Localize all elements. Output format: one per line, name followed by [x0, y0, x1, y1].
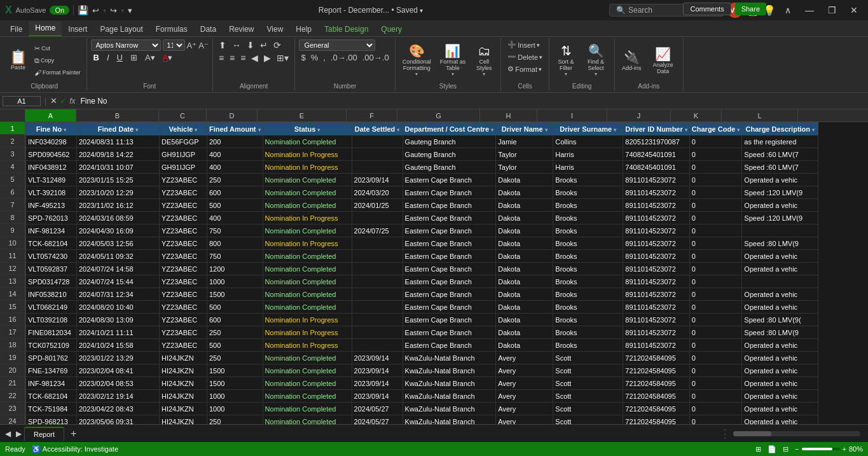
cell-r14-c5[interactable] — [352, 288, 403, 301]
cell-r20-c10[interactable]: 0 — [689, 364, 742, 377]
cell-r18-c7[interactable]: Dakota — [496, 339, 553, 352]
cell-r10-c4[interactable]: Nomination In Progress — [263, 237, 352, 250]
cell-r6-c5[interactable]: 2024/03/20 — [352, 186, 403, 199]
cell-r16-c8[interactable]: Brooks — [553, 314, 623, 326]
cell-r7-c1[interactable]: 2023/11/02 16:12 — [77, 199, 160, 212]
header-cell-9[interactable]: Driver ID Number ▾ — [623, 123, 690, 135]
align-bottom-button[interactable]: ⬇ — [245, 39, 256, 51]
cell-r19-c8[interactable]: Scott — [553, 352, 623, 364]
zoom-in-button[interactable]: + — [843, 445, 846, 453]
cell-r5-c8[interactable]: Brooks — [553, 174, 623, 186]
table-row[interactable]: SPD09045622024/09/18 14:22GH91IJGP400Nom… — [26, 148, 818, 161]
cell-r3-c0[interactable]: SPD0904562 — [26, 148, 77, 161]
cell-r4-c7[interactable]: Taylor — [496, 161, 553, 174]
cell-r4-c1[interactable]: 2024/10/31 10:07 — [77, 161, 160, 174]
cell-r4-c11[interactable]: Speed :60 LMV(7 — [742, 161, 818, 174]
cell-r16-c3[interactable]: 600 — [207, 314, 263, 326]
number-format-select[interactable]: General — [299, 39, 375, 51]
cell-r24-c11[interactable]: Operated a vehic — [742, 415, 818, 425]
cell-r4-c6[interactable]: Gauteng Branch — [403, 161, 496, 174]
cell-r8-c7[interactable]: Dakota — [496, 212, 553, 225]
cell-r2-c1[interactable]: 2024/08/31 11:13 — [77, 135, 160, 148]
cell-r16-c6[interactable]: Eastern Cape Branch — [403, 314, 496, 326]
cell-r6-c8[interactable]: Brooks — [553, 186, 623, 199]
cell-r16-c5[interactable] — [352, 314, 403, 326]
cell-r11-c7[interactable]: Dakota — [496, 250, 553, 263]
cell-r10-c5[interactable] — [352, 237, 403, 250]
cell-r14-c9[interactable]: 8911014523072 — [623, 288, 690, 301]
cell-r10-c0[interactable]: TCK-682104 — [26, 237, 77, 250]
tab-table-design[interactable]: Table Design — [318, 22, 375, 36]
cell-r23-c5[interactable]: 2024/05/27 — [352, 403, 403, 415]
cell-r6-c11[interactable]: Speed :120 LMV(9 — [742, 186, 818, 199]
cell-r8-c9[interactable]: 8911014523072 — [623, 212, 690, 225]
table-row[interactable]: INF-9812342023/02/04 08:53HI24JKZN1500No… — [26, 377, 818, 390]
header-cell-10[interactable]: Charge Code ▾ — [689, 123, 742, 135]
delete-cells-button[interactable]: ➖Delete▾ — [505, 52, 545, 62]
cell-r21-c4[interactable]: Nomination Completed — [263, 377, 352, 390]
cell-r4-c9[interactable]: 7408245401091 — [623, 161, 690, 174]
table-row[interactable]: TCK07521092024/10/24 15:58YZ23ABEC500Nom… — [26, 339, 818, 352]
insert-cells-button[interactable]: ➕Insert▾ — [505, 39, 545, 50]
cell-r10-c10[interactable]: 0 — [689, 237, 742, 250]
cell-r2-c6[interactable]: Gauteng Branch — [403, 135, 496, 148]
cell-r20-c3[interactable]: 1500 — [207, 364, 263, 377]
table-row[interactable]: TCK-6821042024/05/03 12:56YZ23ABEC800Nom… — [26, 237, 818, 250]
horizontal-scrollbar[interactable] — [733, 431, 860, 436]
cell-r13-c6[interactable]: Eastern Cape Branch — [403, 275, 496, 288]
cell-r16-c0[interactable]: VLT0392108 — [26, 314, 77, 326]
cell-r4-c2[interactable]: GH91IJGP — [160, 161, 207, 174]
tab-data[interactable]: Data — [194, 22, 223, 36]
cell-r13-c3[interactable]: 1000 — [207, 275, 263, 288]
cell-r16-c9[interactable]: 8911014523072 — [623, 314, 690, 326]
accounting-format-button[interactable]: $ — [299, 52, 307, 63]
table-row[interactable]: INF03402982024/08/31 11:13DE56FGGP200Nom… — [26, 135, 818, 148]
cell-r24-c4[interactable]: Nomination Completed — [263, 415, 352, 425]
cell-r18-c1[interactable]: 2024/10/24 15:58 — [77, 339, 160, 352]
comma-button[interactable]: , — [321, 52, 327, 63]
cell-r18-c10[interactable]: 0 — [689, 339, 742, 352]
cell-r2-c3[interactable]: 200 — [207, 135, 263, 148]
table-row[interactable]: VLT-3921082023/10/20 12:29YZ23ABEC600Nom… — [26, 186, 818, 199]
cell-r4-c3[interactable]: 400 — [207, 161, 263, 174]
cell-r19-c2[interactable]: HI24JKZN — [160, 352, 207, 364]
cell-r14-c2[interactable]: YZ23ABEC — [160, 288, 207, 301]
col-header-d[interactable]: D — [207, 109, 258, 121]
cell-r9-c0[interactable]: INF-981234 — [26, 225, 77, 237]
cell-r18-c3[interactable]: 500 — [207, 339, 263, 352]
undo-button[interactable]: ↩ — [92, 6, 99, 15]
cancel-formula-button[interactable]: ✕ — [50, 96, 57, 106]
cell-r9-c5[interactable]: 2024/07/25 — [352, 225, 403, 237]
add-sheet-button[interactable]: + — [65, 426, 81, 441]
cell-r16-c7[interactable]: Dakota — [496, 314, 553, 326]
align-center-button[interactable]: ≡ — [228, 52, 237, 64]
cell-r11-c10[interactable]: 0 — [689, 250, 742, 263]
cell-r8-c4[interactable]: Nomination In Progress — [263, 212, 352, 225]
cell-r7-c0[interactable]: INF-495213 — [26, 199, 77, 212]
analyze-data-button[interactable]: 📈 AnalyzeData — [647, 45, 679, 76]
table-row[interactable]: SPD03147282024/07/24 15:44YZ23ABEC1000No… — [26, 275, 818, 288]
align-right-button[interactable]: ≡ — [238, 52, 247, 64]
cell-r8-c0[interactable]: SPD-762013 — [26, 212, 77, 225]
find-select-button[interactable]: 🔍 Find &Select ▾ — [581, 42, 610, 78]
table-row[interactable]: TCK-7519842023/04/22 08:43HI24JKZN1000No… — [26, 403, 818, 415]
header-cell-1[interactable]: Fined Date ▾ — [77, 123, 160, 135]
cell-r17-c1[interactable]: 2024/10/21 11:11 — [77, 326, 160, 339]
close-button[interactable]: ✕ — [845, 5, 863, 15]
decrease-decimal-button[interactable]: .0→.00 — [329, 52, 359, 63]
share-button[interactable]: Share — [735, 3, 766, 15]
cell-r23-c7[interactable]: Avery — [496, 403, 553, 415]
col-header-i[interactable]: I — [537, 109, 607, 121]
cell-r16-c2[interactable]: YZ23ABEC — [160, 314, 207, 326]
cell-r22-c9[interactable]: 7212024584095 — [623, 390, 690, 403]
cell-r24-c10[interactable]: 0 — [689, 415, 742, 425]
tab-review[interactable]: Review — [223, 22, 260, 36]
cell-r24-c7[interactable]: Avery — [496, 415, 553, 425]
cell-r9-c8[interactable]: Brooks — [553, 225, 623, 237]
scrollbar-thumb[interactable] — [733, 431, 771, 436]
cell-r22-c11[interactable]: Operated a vehic — [742, 390, 818, 403]
cell-r19-c10[interactable]: 0 — [689, 352, 742, 364]
cell-r6-c1[interactable]: 2023/10/20 12:29 — [77, 186, 160, 199]
tab-nav-left[interactable]: ◀ — [3, 429, 13, 438]
cell-r10-c8[interactable]: Brooks — [553, 237, 623, 250]
